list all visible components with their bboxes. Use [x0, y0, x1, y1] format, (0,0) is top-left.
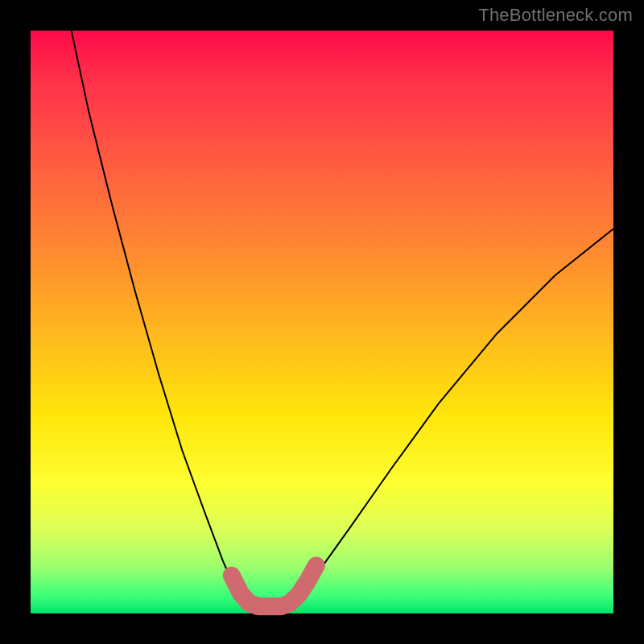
- highlight-curve: [232, 566, 316, 607]
- chart-frame: TheBottleneck.com: [0, 0, 644, 644]
- watermark-text: TheBottleneck.com: [478, 5, 633, 26]
- curve-layer: [31, 31, 613, 613]
- plot-area: [31, 31, 613, 613]
- left-branch-curve: [72, 31, 255, 606]
- right-branch-curve: [284, 229, 613, 606]
